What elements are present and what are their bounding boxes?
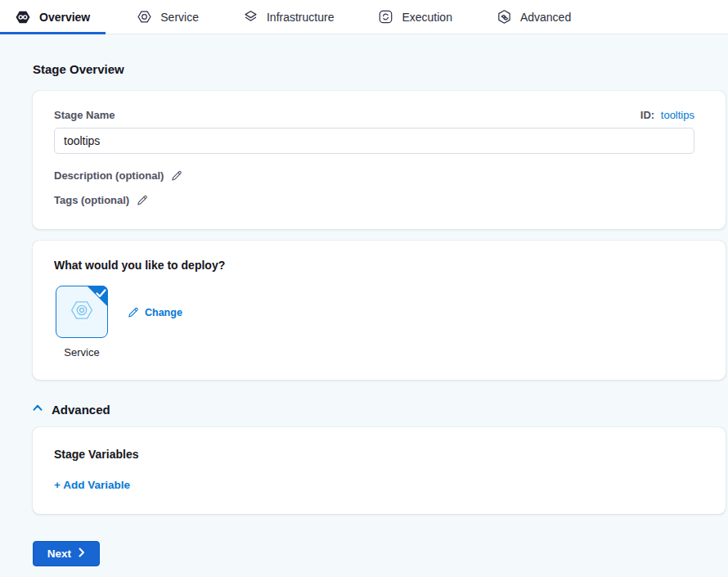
deploy-type-label: Service [64,346,99,358]
stage-overview-panel: Stage Overview Stage Name ID: tooltips D… [0,34,728,566]
tab-execution[interactable]: Execution [365,0,465,34]
stage-variables-title: Stage Variables [54,448,694,461]
tab-infrastructure[interactable]: Infrastructure [230,0,347,34]
stage-id-value-link[interactable]: tooltips [661,109,694,121]
deploy-type-service-tile[interactable] [56,286,108,338]
tab-service[interactable]: Service [124,0,212,34]
advanced-section-title: Advanced [52,403,110,417]
add-variable-link[interactable]: + Add Variable [54,479,694,491]
change-link-label: Change [145,307,182,318]
stage-overview-card: Stage Name ID: tooltips Description (opt… [33,91,726,229]
stage-id-label: ID: [640,109,654,121]
tab-overview-label: Overview [39,11,90,24]
overview-stage-icon [15,9,31,25]
stage-name-label: Stage Name [54,109,115,121]
selected-check-icon [87,286,108,307]
tab-infrastructure-label: Infrastructure [267,11,334,24]
deploy-type-tile-wrap: Service [56,286,108,358]
page-title: Stage Overview [33,62,728,76]
deploy-type-card: What would you like to deploy? [33,241,726,380]
tab-advanced[interactable]: Advanced [483,0,584,34]
advanced-collapse-toggle[interactable]: Advanced [31,402,728,417]
edit-tags-pencil-icon[interactable] [137,195,148,206]
chevron-right-icon [79,548,85,560]
tab-service-label: Service [160,11,199,24]
stage-id: ID: tooltips [640,109,694,121]
stage-variables-card: Stage Variables + Add Variable [33,427,726,514]
tags-label: Tags (optional) [54,194,129,206]
change-deploy-type-link[interactable]: Change [128,307,182,318]
infrastructure-icon [243,9,258,25]
change-pencil-icon [128,307,139,318]
stage-name-input[interactable] [54,128,694,154]
deploy-question: What would you like to deploy? [54,259,694,272]
next-button-label: Next [47,548,71,560]
stage-tabbar: Overview Service Infrastructure Exe [0,0,728,34]
advanced-icon [497,9,512,25]
service-icon [137,9,152,25]
next-button[interactable]: Next [33,541,100,566]
tab-advanced-label: Advanced [520,11,571,24]
description-label: Description (optional) [54,169,164,182]
execution-icon [378,9,393,25]
tab-overview[interactable]: Overview [0,0,106,34]
tab-execution-label: Execution [402,11,452,24]
edit-description-pencil-icon[interactable] [171,170,182,182]
chevron-up-icon [31,402,44,417]
